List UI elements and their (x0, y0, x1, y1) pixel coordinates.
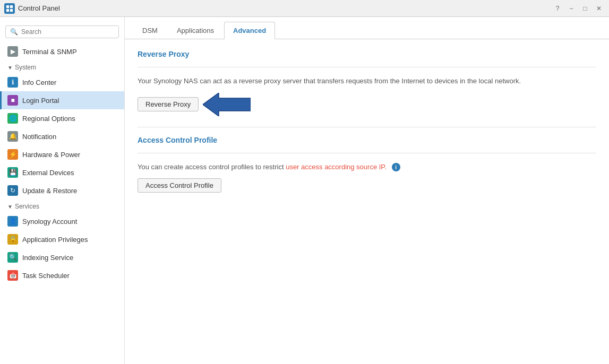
notification-label: Notification (22, 133, 56, 141)
sidebar-item-info-center[interactable]: ℹ Info Center (0, 73, 124, 91)
sidebar: 🔍 ▶ Terminal & SNMP ▼ System ℹ Info Cent… (0, 17, 125, 364)
external-devices-icon: 💾 (7, 167, 18, 178)
sidebar-item-login-portal[interactable]: ■ Login Portal (0, 91, 124, 109)
sidebar-item-app-privileges[interactable]: 🔒 Application Privileges (0, 230, 124, 248)
svg-rect-2 (6, 8, 9, 11)
task-scheduler-label: Task Scheduler (22, 272, 70, 280)
login-portal-label: Login Portal (22, 97, 59, 105)
services-section-header[interactable]: ▼ Services (0, 200, 124, 212)
sidebar-item-synology-account[interactable]: 👤 Synology Account (0, 212, 124, 230)
app-title: Control Panel (18, 4, 60, 12)
app-privileges-label: Application Privileges (22, 236, 88, 244)
minimize-button[interactable]: − (565, 3, 577, 14)
tab-applications[interactable]: Applications (168, 22, 223, 39)
synology-account-icon: 👤 (7, 216, 18, 227)
svg-rect-0 (6, 5, 9, 7)
info-center-label: Info Center (22, 79, 56, 86)
access-control-btn-row: Access Control Profile (138, 178, 596, 193)
tab-dsm[interactable]: DSM (133, 22, 167, 39)
system-chevron: ▼ (7, 65, 13, 71)
terminal-icon: ▶ (7, 46, 18, 57)
regional-options-icon: 🌐 (7, 113, 18, 124)
reverse-proxy-title: Reverse Proxy (138, 50, 596, 58)
update-restore-label: Update & Restore (22, 187, 77, 195)
access-control-divider-top (138, 127, 596, 127)
hardware-power-icon: ⚡ (7, 149, 18, 160)
info-tooltip-icon[interactable]: i (392, 163, 400, 171)
regional-options-label: Regional Options (22, 115, 75, 123)
sidebar-item-task-scheduler[interactable]: 📅 Task Scheduler (0, 266, 124, 284)
content-area: Reverse Proxy Your Synology NAS can act … (125, 39, 609, 364)
access-control-desc-highlight: user access according source IP. (286, 163, 387, 171)
indexing-service-label: Indexing Service (22, 254, 73, 262)
external-devices-label: External Devices (22, 169, 74, 177)
access-control-button[interactable]: Access Control Profile (138, 178, 221, 193)
app-icon (4, 3, 15, 14)
reverse-proxy-button[interactable]: Reverse Proxy (138, 97, 199, 111)
search-icon: 🔍 (10, 28, 18, 36)
arrow-svg (203, 93, 251, 116)
services-section-label: Services (15, 203, 39, 210)
indexing-service-icon: 🔍 (7, 252, 18, 263)
access-control-description: You can create access control profiles t… (138, 162, 596, 172)
svg-marker-4 (203, 93, 251, 116)
reverse-proxy-desc-text: Your Synology NAS can act as a reverse p… (138, 77, 521, 85)
app-privileges-icon: 🔒 (7, 234, 18, 245)
titlebar-left: Control Panel (4, 3, 60, 14)
sidebar-item-update-restore[interactable]: ↻ Update & Restore (0, 181, 124, 200)
synology-account-label: Synology Account (22, 218, 77, 226)
reverse-proxy-divider (138, 67, 596, 67)
maximize-button[interactable]: □ (579, 3, 591, 14)
arrow-annotation (203, 93, 251, 116)
login-portal-icon: ■ (7, 95, 18, 106)
terminal-snmp-label: Terminal & SNMP (22, 48, 77, 56)
reverse-proxy-btn-row: Reverse Proxy (138, 93, 596, 116)
sidebar-item-hardware-power[interactable]: ⚡ Hardware & Power (0, 145, 124, 163)
tab-advanced[interactable]: Advanced (224, 22, 275, 39)
sidebar-item-regional-options[interactable]: 🌐 Regional Options (0, 109, 124, 127)
search-input[interactable] (21, 28, 114, 36)
svg-rect-1 (10, 5, 13, 7)
sidebar-item-terminal-snmp[interactable]: ▶ Terminal & SNMP (0, 42, 124, 60)
hardware-power-label: Hardware & Power (22, 151, 80, 159)
sidebar-item-indexing-service[interactable]: 🔍 Indexing Service (0, 248, 124, 266)
info-center-icon: ℹ (7, 77, 18, 88)
app-container: 🔍 ▶ Terminal & SNMP ▼ System ℹ Info Cent… (0, 17, 609, 364)
sidebar-search-area: 🔍 (0, 21, 124, 42)
sidebar-item-external-devices[interactable]: 💾 External Devices (0, 163, 124, 181)
access-control-desc-pre: You can create access control profiles t… (138, 163, 286, 171)
search-box[interactable]: 🔍 (5, 25, 119, 38)
services-chevron: ▼ (7, 204, 13, 210)
close-button[interactable]: ✕ (593, 3, 605, 14)
access-control-title: Access Control Profile (138, 136, 596, 144)
help-button[interactable]: ? (552, 3, 563, 14)
titlebar: Control Panel ? − □ ✕ (0, 0, 609, 17)
sidebar-item-notification[interactable]: 🔔 Notification (0, 127, 124, 145)
main-content: DSM Applications Advanced Reverse Proxy … (125, 17, 609, 364)
svg-rect-3 (10, 8, 13, 11)
access-control-divider (138, 153, 596, 153)
reverse-proxy-description: Your Synology NAS can act as a reverse p… (138, 76, 596, 86)
tab-bar: DSM Applications Advanced (125, 17, 609, 39)
system-section-header[interactable]: ▼ System (0, 60, 124, 73)
titlebar-controls: ? − □ ✕ (552, 3, 605, 14)
update-restore-icon: ↻ (7, 185, 18, 196)
task-scheduler-icon: 📅 (7, 270, 18, 281)
system-section-label: System (15, 64, 36, 71)
notification-icon: 🔔 (7, 131, 18, 142)
